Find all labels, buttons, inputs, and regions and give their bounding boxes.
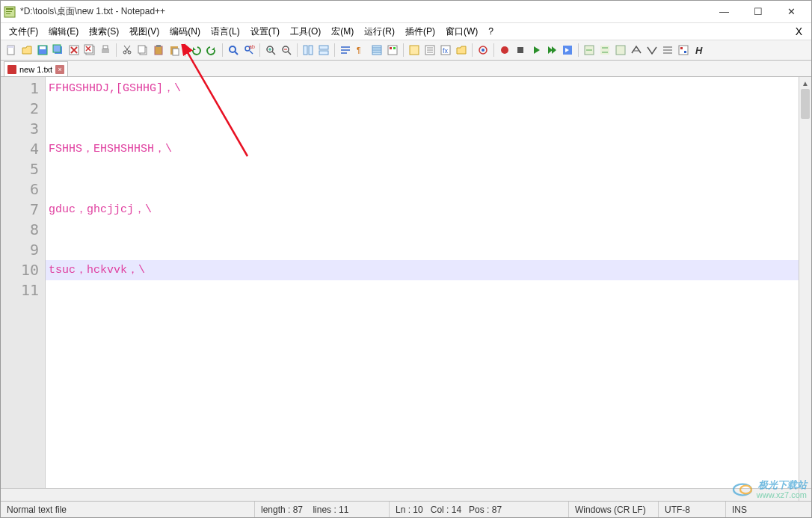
save-macro-icon	[562, 44, 573, 56]
menu-search[interactable]: 搜索(S)	[84, 24, 124, 40]
svg-line-21	[125, 46, 130, 52]
maximize-button[interactable]: ☐	[741, 1, 775, 22]
menu-plugins[interactable]: 插件(P)	[400, 24, 440, 40]
find-button[interactable]	[226, 43, 241, 58]
tab-close-icon[interactable]: ×	[55, 65, 64, 74]
close-button[interactable]: ✕	[775, 1, 808, 22]
spell-h-button[interactable]: H	[692, 43, 707, 58]
spell7-button[interactable]	[676, 43, 691, 58]
horizontal-scrollbar[interactable]	[1, 488, 811, 501]
close-all-button[interactable]	[82, 43, 97, 58]
menu-run[interactable]: 运行(R)	[359, 24, 400, 40]
text-editor[interactable]: FFHGSHHDJ,[GSHHG]，\FSHHS，EHSHSHHSH，\gduc…	[46, 77, 799, 501]
menu-window[interactable]: 窗口(W)	[440, 24, 483, 40]
status-filetype: Normal text file	[1, 502, 255, 517]
svg-rect-40	[304, 46, 307, 55]
spell2-button[interactable]	[597, 43, 612, 58]
scroll-thumb[interactable]	[801, 89, 810, 119]
editor-line[interactable]: gduc，ghcjjcj，\	[46, 200, 799, 220]
folder-button[interactable]	[454, 43, 469, 58]
editor-line[interactable]	[46, 280, 799, 300]
menu-encoding[interactable]: 编码(N)	[164, 24, 206, 40]
spell3-button[interactable]	[613, 43, 628, 58]
tab-active[interactable]: new 1.txt ×	[4, 61, 68, 76]
undo-button[interactable]	[188, 43, 203, 58]
svg-text:fx: fx	[443, 47, 449, 55]
minimize-button[interactable]: —	[707, 1, 741, 22]
play-macro-icon	[530, 44, 542, 56]
spell5-button[interactable]	[645, 43, 659, 58]
save-all-button[interactable]	[51, 43, 66, 58]
stop-macro-button[interactable]	[513, 43, 528, 58]
zoom-in-button[interactable]	[263, 43, 278, 58]
editor-area: 1234567891011 FFHGSHHDJ,[GSHHG]，\FSHHS，E…	[1, 77, 811, 501]
doc-list-icon	[424, 44, 436, 56]
play-macro-button[interactable]	[529, 43, 544, 58]
monitor-icon	[477, 44, 489, 56]
sync-h-button[interactable]	[316, 43, 331, 58]
word-wrap-button[interactable]	[338, 43, 353, 58]
line-number: 1	[1, 78, 39, 99]
menubar-close-x[interactable]: X	[790, 25, 808, 37]
indent-guide-button[interactable]	[369, 43, 384, 58]
paste-clipboard-button[interactable]	[167, 43, 182, 58]
paste-button[interactable]	[151, 43, 166, 58]
menubar: 文件(F) 编辑(E) 搜索(S) 视图(V) 编码(N) 语言(L) 设置(T…	[1, 23, 811, 40]
menu-view[interactable]: 视图(V)	[124, 24, 164, 40]
spell6-button[interactable]	[660, 43, 675, 58]
print-button[interactable]	[98, 43, 113, 58]
status-ins-mode: INS	[726, 502, 811, 517]
zoom-out-button[interactable]	[279, 43, 294, 58]
show-all-button[interactable]: ¶	[354, 43, 369, 58]
editor-line[interactable]	[46, 159, 799, 179]
spell4-button[interactable]	[629, 43, 644, 58]
vertical-scrollbar[interactable]: ▲ ▼	[799, 77, 811, 501]
svg-rect-65	[517, 47, 523, 53]
spell3-icon	[615, 44, 627, 56]
svg-rect-69	[600, 46, 609, 55]
menu-edit[interactable]: 编辑(E)	[43, 24, 84, 40]
menu-file[interactable]: 文件(F)	[4, 24, 43, 40]
open-file-button[interactable]	[19, 43, 34, 58]
editor-line[interactable]: tsuc，hckvvk，\	[46, 260, 799, 280]
record-macro-button[interactable]	[497, 43, 512, 58]
menu-help[interactable]: ?	[483, 25, 499, 38]
svg-rect-52	[388, 46, 397, 55]
toolbar-separator	[185, 43, 185, 57]
copy-button[interactable]	[135, 43, 150, 58]
save-macro-button[interactable]	[560, 43, 575, 58]
doc-map-button[interactable]	[407, 43, 422, 58]
monitor-button[interactable]	[476, 43, 490, 58]
editor-line[interactable]: FSHHS，EHSHSHHSH，\	[46, 139, 799, 159]
save-button[interactable]	[35, 43, 50, 58]
editor-line[interactable]	[46, 99, 799, 119]
scroll-up-icon[interactable]: ▲	[799, 77, 811, 89]
svg-rect-17	[102, 49, 109, 53]
func-list-button[interactable]: fx	[438, 43, 453, 58]
svg-text:¶: ¶	[357, 46, 360, 55]
menu-macro[interactable]: 宏(M)	[326, 24, 359, 40]
svg-rect-28	[173, 49, 179, 55]
watermark-url: www.xz7.com	[757, 490, 807, 499]
menu-tools[interactable]: 工具(O)	[285, 24, 326, 40]
editor-line[interactable]	[46, 220, 799, 240]
lang-user-button[interactable]	[385, 43, 400, 58]
replace-button[interactable]: ab	[242, 43, 256, 58]
status-length: length : 87 lines : 11	[255, 502, 390, 517]
menu-language[interactable]: 语言(L)	[206, 24, 245, 40]
spell1-button[interactable]	[582, 43, 597, 58]
line-number: 2	[1, 99, 39, 119]
doc-list-button[interactable]	[422, 43, 437, 58]
editor-line[interactable]	[46, 119, 799, 139]
editor-line[interactable]: FFHGSHHDJ,[GSHHG]，\	[46, 78, 799, 99]
sync-v-button[interactable]	[301, 43, 316, 58]
cut-button[interactable]	[120, 43, 135, 58]
spell4-icon	[630, 44, 642, 56]
redo-button[interactable]	[204, 43, 219, 58]
editor-line[interactable]	[46, 179, 799, 200]
menu-settings[interactable]: 设置(T)	[245, 24, 285, 40]
editor-line[interactable]	[46, 240, 799, 260]
play-multi-button[interactable]	[544, 43, 559, 58]
new-file-button[interactable]	[4, 43, 19, 58]
close-button[interactable]	[67, 43, 81, 58]
